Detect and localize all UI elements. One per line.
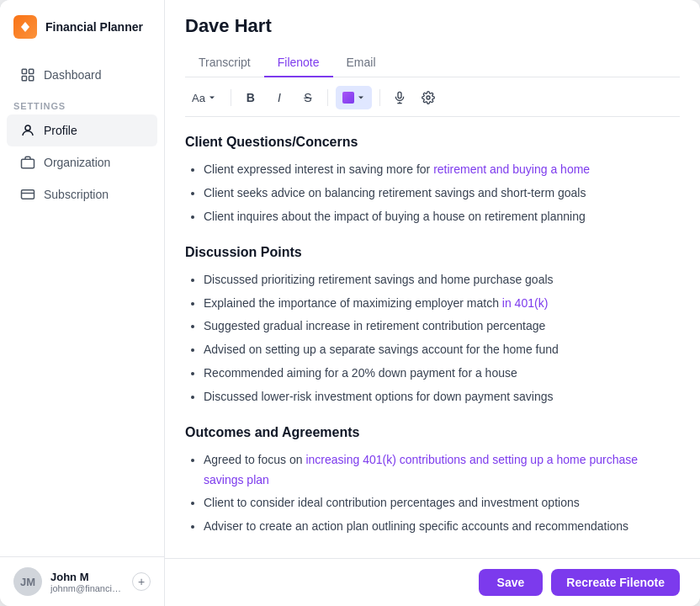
sidebar: Financial Planner Dashboard SETTINGS Pro… (0, 0, 165, 606)
section-heading-outcomes: Outcomes and Agreements (185, 421, 680, 444)
list-item: Discussed prioritizing retirement saving… (204, 270, 680, 290)
tab-bar: Transcript Filenote Email (185, 49, 680, 77)
sidebar-item-label: Dashboard (44, 68, 102, 82)
svg-point-5 (25, 125, 30, 130)
tab-filenote[interactable]: Filenote (264, 49, 333, 77)
app-logo: Financial Planner (0, 0, 164, 52)
highlight-text: increasing 401(k) contributions and sett… (204, 453, 638, 486)
svg-rect-4 (29, 77, 34, 81)
svg-rect-7 (22, 190, 34, 199)
font-size-label: Aa (192, 92, 205, 104)
grid-icon (20, 67, 35, 82)
microphone-button[interactable] (388, 86, 411, 109)
gear-icon (422, 91, 435, 104)
divider (327, 89, 328, 106)
chevron-down-icon (357, 93, 365, 102)
svg-rect-2 (29, 69, 34, 73)
list-item: Agreed to focus on increasing 401(k) con… (204, 450, 680, 491)
font-size-button[interactable]: Aa (185, 86, 223, 109)
divider (379, 89, 380, 106)
app-name: Financial Planner (45, 20, 143, 34)
profile-icon (20, 123, 35, 138)
list-item: Client expressed interest in saving more… (204, 160, 680, 180)
list-item: Suggested gradual increase in retirement… (204, 316, 680, 337)
user-email: johnm@financialplanner.com (50, 583, 124, 593)
editor-container: Aa B I S (165, 77, 700, 558)
italic-label: I (278, 91, 281, 104)
svg-point-11 (427, 96, 430, 99)
sidebar-item-profile[interactable]: Profile (7, 114, 157, 146)
bold-button[interactable]: B (239, 86, 262, 109)
user-avatar: JM (13, 567, 42, 596)
list-item: Explained the importance of maximizing e… (204, 294, 680, 314)
svg-rect-6 (22, 159, 34, 168)
bold-label: B (247, 91, 255, 104)
footer-bar: Save Recreate Filenote (165, 558, 700, 606)
highlight-text: retirement and buying a home (433, 162, 590, 176)
list-item: Advised on setting up a separate savings… (204, 340, 680, 360)
svg-rect-1 (22, 69, 26, 73)
highlight-color (342, 92, 354, 104)
svg-rect-8 (398, 92, 401, 98)
sidebar-item-organization[interactable]: Organization (7, 146, 157, 178)
sidebar-nav: Dashboard SETTINGS Profile Organization (0, 52, 164, 217)
svg-marker-0 (21, 22, 29, 32)
list-item: Discussed lower-risk investment options … (204, 387, 680, 407)
list-item: Adviser to create an action plan outlini… (204, 517, 680, 537)
settings-button[interactable] (416, 86, 440, 109)
organization-icon (20, 155, 35, 170)
main-header: Dave Hart Transcript Filenote Email (165, 0, 700, 77)
editor-content[interactable]: Client Questions/Concerns Client express… (185, 117, 680, 558)
sidebar-footer: JM John M johnm@financialplanner.com + (0, 556, 164, 606)
highlight-button[interactable] (336, 86, 372, 109)
outcomes-list: Agreed to focus on increasing 401(k) con… (185, 450, 680, 537)
microphone-icon (393, 91, 406, 104)
chevron-down-icon (208, 93, 216, 102)
client-name: Dave Hart (185, 15, 680, 37)
user-info: John M johnm@financialplanner.com (50, 571, 124, 593)
svg-rect-3 (22, 77, 26, 81)
sidebar-item-label: Subscription (44, 188, 109, 201)
save-button[interactable]: Save (479, 569, 544, 596)
user-name: John M (50, 571, 124, 583)
strikethrough-button[interactable]: S (296, 86, 320, 109)
questions-list: Client expressed interest in saving more… (185, 160, 680, 226)
main-content: Dave Hart Transcript Filenote Email Aa B… (165, 0, 700, 606)
add-button[interactable]: + (132, 572, 151, 591)
divider (231, 89, 231, 106)
sidebar-item-label: Organization (44, 156, 110, 169)
settings-section-label: SETTINGS (0, 91, 164, 114)
section-heading-questions: Client Questions/Concerns (185, 130, 680, 153)
sidebar-item-subscription[interactable]: Subscription (7, 178, 157, 210)
editor-toolbar: Aa B I S (185, 77, 680, 117)
highlight-text: in 401(k) (502, 296, 548, 310)
strikethrough-label: S (304, 91, 311, 104)
recreate-button[interactable]: Recreate Filenote (551, 569, 680, 596)
list-item: Client seeks advice on balancing retirem… (204, 183, 680, 204)
tab-transcript[interactable]: Transcript (185, 49, 264, 77)
tab-email[interactable]: Email (333, 49, 390, 77)
list-item: Client to consider ideal contribution pe… (204, 493, 680, 513)
italic-button[interactable]: I (268, 86, 291, 109)
logo-icon (13, 15, 37, 39)
list-item: Recommended aiming for a 20% down paymen… (204, 364, 680, 384)
discussion-list: Discussed prioritizing retirement saving… (185, 270, 680, 407)
sidebar-item-dashboard[interactable]: Dashboard (7, 59, 157, 91)
subscription-icon (20, 187, 35, 202)
section-heading-discussion: Discussion Points (185, 241, 680, 263)
list-item: Client inquires about the impact of buyi… (204, 207, 680, 227)
sidebar-item-label: Profile (44, 124, 77, 137)
